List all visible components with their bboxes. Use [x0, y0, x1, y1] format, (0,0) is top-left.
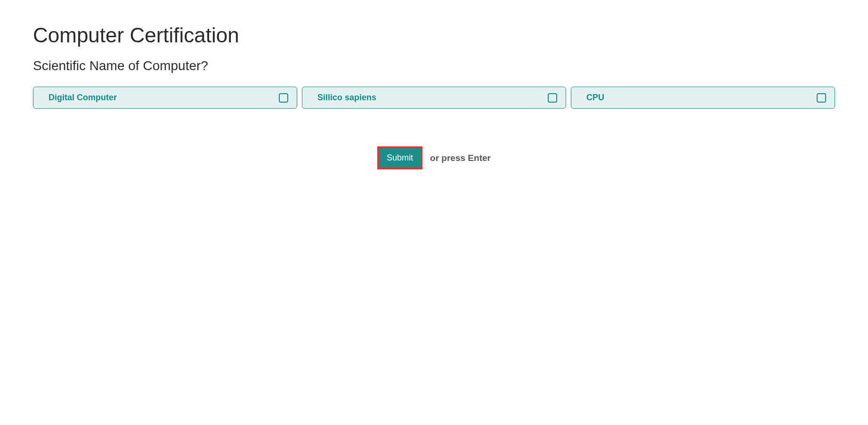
question-text: Scientific Name of Computer?: [33, 58, 835, 73]
submit-row: Submit or press Enter: [33, 146, 835, 169]
submit-hint: or press Enter: [430, 153, 491, 163]
options-row: Digital Computer Sillico sapiens CPU: [33, 87, 835, 109]
submit-button-highlight: Submit: [377, 146, 422, 169]
page-title: Computer Certification: [33, 24, 835, 47]
option-sillico-sapiens[interactable]: Sillico sapiens: [302, 87, 566, 109]
option-label: CPU: [586, 93, 604, 103]
option-label: Digital Computer: [49, 93, 117, 103]
option-cpu[interactable]: CPU: [571, 87, 835, 109]
submit-button[interactable]: Submit: [379, 148, 421, 168]
checkbox-icon: [817, 93, 826, 103]
option-digital-computer[interactable]: Digital Computer: [33, 87, 297, 109]
checkbox-icon: [279, 93, 288, 103]
option-label: Sillico sapiens: [317, 93, 376, 103]
checkbox-icon: [548, 93, 557, 103]
